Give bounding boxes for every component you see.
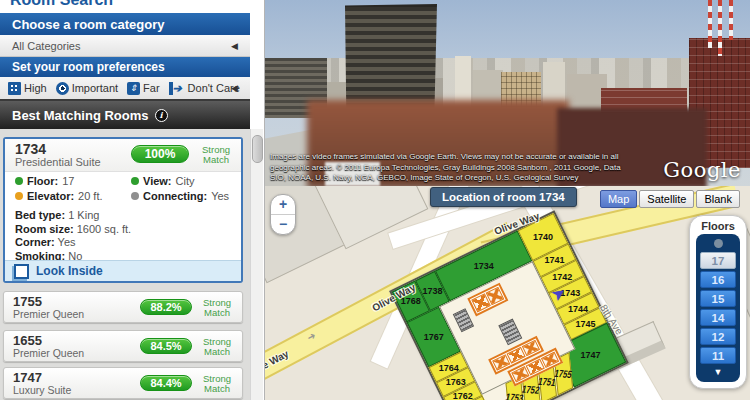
map-type-buttons: Map Satellite Blank: [600, 190, 740, 208]
eye-icon: [56, 82, 69, 95]
match-label: Strong Match: [195, 337, 239, 358]
floor-button-16[interactable]: 16: [700, 271, 736, 288]
radio-mast: [729, 0, 733, 40]
category-dropdown[interactable]: All Categories ◀: [0, 35, 250, 57]
look-inside-button[interactable]: Look Inside: [5, 260, 241, 281]
satellite-button[interactable]: Satellite: [639, 190, 694, 208]
room-card-1734[interactable]: 1734 Presidential Suite 100% Strong Matc…: [3, 137, 243, 283]
match-label: Strong Match: [195, 298, 239, 319]
detail-floor: Floor:17: [15, 175, 131, 187]
legend-high: High: [8, 82, 47, 95]
stairs-icon: [498, 319, 522, 346]
floors-panel-title: Floors: [690, 220, 746, 232]
blank-button[interactable]: Blank: [696, 190, 740, 208]
status-dot-orange: [15, 192, 23, 200]
scrollbar-thumb[interactable]: [252, 135, 263, 163]
collapse-left-icon[interactable]: ◀: [231, 41, 238, 51]
room-search-app: Room Search Choose a room category All C…: [0, 0, 750, 400]
map-zoom-control: + −: [270, 194, 296, 235]
room-card-1655[interactable]: 1655 Premier Queen 84.5% Strong Match: [3, 330, 243, 362]
radio-mast: [718, 0, 722, 56]
google-logo: Google: [663, 158, 741, 182]
zoom-in-button[interactable]: +: [271, 195, 295, 215]
stairs-icon: [453, 308, 474, 332]
floors-scroll-up-dot[interactable]: [714, 239, 723, 248]
floor-button-17[interactable]: 17: [700, 252, 736, 269]
elevator-arrows-icon: ⇕: [127, 82, 140, 95]
legend-dont-care: ➔ Don't Care: [169, 82, 240, 95]
zoom-out-button[interactable]: −: [271, 215, 295, 234]
match-label: Strong Match: [195, 374, 239, 395]
status-dot-green: [131, 177, 139, 185]
floors-panel: Floors 17 16 15 14 12 11 ▼: [689, 215, 747, 389]
earth-3d-view[interactable]: Images are video frames simulated via Go…: [265, 0, 750, 186]
detail-view: View:City: [131, 175, 237, 187]
door-arrow-icon: ➔: [169, 82, 185, 95]
floors-list: 17 16 15 14 12 11 ▼: [696, 234, 740, 382]
collapse-left-icon[interactable]: ◀: [231, 83, 238, 93]
page-title: Room Search: [0, 0, 250, 13]
status-dot-green: [15, 177, 23, 185]
room-number: 1755: [13, 294, 42, 309]
detail-elevator: Elevator:20 ft.: [15, 190, 131, 202]
preference-legend: High Important ⇕ Far ➔ Don't Care ◀: [0, 77, 250, 101]
room-number: 1655: [13, 333, 42, 348]
room-type: Presidential Suite: [15, 156, 101, 168]
legend-important: Important: [56, 82, 118, 95]
match-pill: 84.4%: [140, 375, 192, 391]
sidebar: Room Search Choose a room category All C…: [0, 0, 265, 400]
match-pill: 84.5%: [140, 338, 192, 354]
room-card-1747[interactable]: 1747 Luxury Suite 84.4% Strong Match: [3, 367, 243, 399]
room-detail-grid: Floor:17 View:City Elevator:20 ft. Conne…: [15, 175, 237, 202]
room-number: 1747: [13, 370, 42, 385]
category-value: All Categories: [12, 40, 80, 52]
detail-connecting: Connecting:Yes: [131, 190, 237, 202]
location-badge: Location of room 1734: [430, 187, 577, 207]
room-card-1755[interactable]: 1755 Premier Queen 88.2% Strong Match: [3, 291, 243, 323]
results-header: Best Matching Rooms i: [0, 101, 250, 129]
match-pill: 100%: [131, 145, 189, 163]
floor-button-11[interactable]: 11: [700, 347, 736, 364]
floor-button-12[interactable]: 12: [700, 328, 736, 345]
building-icon: [8, 82, 21, 95]
map-attribution: Images are video frames simulated via Go…: [270, 152, 628, 183]
sidebar-scrollbar[interactable]: [250, 129, 263, 400]
map-canvas[interactable]: ➜ 1768 1738 1734 1740 1741 1742 1743 174…: [265, 186, 750, 400]
map-button[interactable]: Map: [600, 190, 637, 208]
room-number: 1734: [15, 141, 46, 157]
room-card-header: 1734 Presidential Suite 100% Strong Matc…: [5, 139, 241, 172]
room-type: Premier Queen: [13, 347, 84, 359]
status-dot-gray: [131, 192, 139, 200]
floor-button-14[interactable]: 14: [700, 309, 736, 326]
floors-scroll-down-icon[interactable]: ▼: [696, 366, 740, 379]
room-type: Premier Queen: [13, 308, 84, 320]
floor-button-15[interactable]: 15: [700, 290, 736, 307]
room-attributes: Bed type: 1 King Room size: 1600 sq. ft.…: [15, 209, 131, 263]
category-section-header: Choose a room category: [0, 13, 250, 35]
look-inside-icon: [14, 264, 29, 279]
legend-far: ⇕ Far: [127, 82, 160, 95]
radio-mast: [708, 0, 712, 48]
room-list: 1734 Presidential Suite 100% Strong Matc…: [0, 129, 250, 400]
match-label: Strong Match: [194, 145, 238, 166]
info-icon[interactable]: i: [155, 109, 168, 122]
preferences-section-header: Set your room preferences: [0, 57, 250, 77]
room-type: Luxury Suite: [13, 384, 71, 396]
match-pill: 88.2%: [140, 299, 192, 315]
